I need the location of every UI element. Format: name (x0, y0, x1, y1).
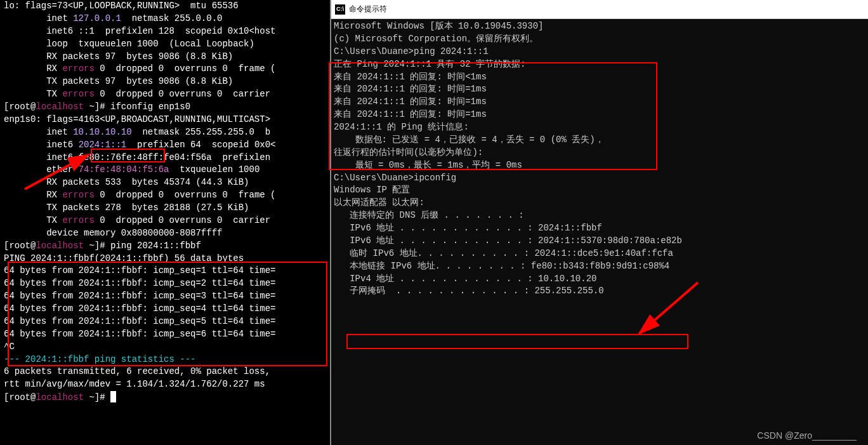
watermark: CSDN @Zero_________ (757, 430, 857, 442)
window-titlebar[interactable]: C:\ 命令提示符 (331, 0, 868, 19)
terminal-line: TX errors 0 dropped 0 overruns 0 carrier (4, 88, 330, 101)
terminal-line: 本地链接 IPv6 地址. . . . . . . . : fe80::b343… (334, 260, 865, 273)
terminal-line: IPv4 地址 . . . . . . . . . . . . : 10.10.… (334, 273, 865, 286)
terminal-line: RX packets 97 bytes 9086 (8.8 KiB) (4, 51, 330, 63)
terminal-line: 连接特定的 DNS 后缀 . . . . . . . : (334, 209, 865, 222)
terminal-line: enp1s0: flags=4163<UP,BROADCAST,RUNNING,… (4, 114, 330, 126)
terminal-line: 临时 IPv6 地址. . . . . . . . . . : 2024:1::… (334, 248, 865, 260)
terminal-line: inet6 fe80::76fe:48ff:fe04:f56a prefixle… (4, 152, 330, 164)
terminal-line: 64 bytes from 2024:1::fbbf: icmp_seq=4 t… (4, 303, 330, 315)
terminal-line: --- 2024:1::fbbf ping statistics --- (4, 354, 330, 366)
terminal-line: 数据包: 已发送 = 4，已接收 = 4，丢失 = 0 (0% 丢失)， (334, 134, 865, 147)
terminal-line: [root@localhost ~]# (4, 391, 330, 404)
terminal-line: loop txqueuelen 1000 (Local Loopback) (4, 38, 330, 51)
terminal-line: TX packets 278 bytes 28188 (27.5 KiB) (4, 202, 330, 215)
terminal-line: 来自 2024:1::1 的回复: 时间<1ms (334, 71, 865, 84)
terminal-line: 6 packets transmitted, 6 received, 0% pa… (4, 366, 330, 378)
terminal-line: IPv6 地址 . . . . . . . . . . . . : 2024:1… (334, 235, 865, 248)
terminal-line: Microsoft Windows [版本 10.0.19045.3930] (334, 20, 865, 33)
terminal-line: inet 10.10.10.10 netmask 255.255.255.0 b (4, 126, 330, 139)
terminal-line: (c) Microsoft Corporation。保留所有权利。 (334, 33, 865, 46)
terminal-line: 64 bytes from 2024:1::fbbf: icmp_seq=6 t… (4, 328, 330, 341)
terminal-line: TX packets 97 bytes 9086 (8.8 KiB) (4, 76, 330, 88)
terminal-line: 64 bytes from 2024:1::fbbf: icmp_seq=1 t… (4, 265, 330, 277)
terminal-line: Windows IP 配置 (334, 184, 865, 197)
terminal-line: C:\Users\Duane>ping 2024:1::1 (334, 46, 865, 58)
terminal-line: IPv6 地址 . . . . . . . . . . . . : 2024:1… (334, 222, 865, 235)
terminal-line: 子网掩码 . . . . . . . . . . . . : 255.255.2… (334, 285, 865, 298)
terminal-line: TX errors 0 dropped 0 overruns 0 carrier (4, 215, 330, 227)
terminal-line: 正在 Ping 2024:1::1 具有 32 字节的数据: (334, 58, 865, 71)
terminal-line: device memory 0x80800000-8087ffff (4, 227, 330, 240)
terminal-line: ether 74:fe:48:04:f5:6a txqueuelen 1000 (4, 164, 330, 176)
terminal-line: PING 2024:1::fbbf(2024:1::fbbf) 56 data … (4, 253, 330, 265)
terminal-line: 最短 = 0ms，最长 = 1ms，平均 = 0ms (334, 159, 865, 172)
terminal-line: [root@localhost ~]# ping 2024:1::fbbf (4, 240, 330, 253)
terminal-line: ^C (4, 341, 330, 354)
terminal-line: inet6 2024:1::1 prefixlen 64 scopeid 0x0… (4, 139, 330, 152)
terminal-line: inet 127.0.0.1 netmask 255.0.0.0 (4, 13, 330, 25)
terminal-line: 以太网适配器 以太网: (334, 197, 865, 209)
terminal-line: 来自 2024:1::1 的回复: 时间=1ms (334, 83, 865, 96)
terminal-line: inet6 ::1 prefixlen 128 scopeid 0x10<hos… (4, 25, 330, 38)
terminal-line: 64 bytes from 2024:1::fbbf: icmp_seq=3 t… (4, 290, 330, 303)
linux-terminal[interactable]: lo: flags=73<UP,LOOPBACK,RUNNING> mtu 65… (0, 0, 330, 445)
terminal-line: 来自 2024:1::1 的回复: 时间=1ms (334, 109, 865, 121)
terminal-line: rtt min/avg/max/mdev = 1.104/1.324/1.762… (4, 378, 330, 391)
terminal-line: C:\Users\Duane>ipconfig (334, 172, 865, 185)
windows-cmd-window: C:\ 命令提示符 Microsoft Windows [版本 10.0.190… (330, 0, 868, 445)
cursor (110, 391, 116, 402)
terminal-line: 64 bytes from 2024:1::fbbf: icmp_seq=2 t… (4, 277, 330, 290)
terminal-line: 64 bytes from 2024:1::fbbf: icmp_seq=5 t… (4, 315, 330, 328)
terminal-line: 2024:1::1 的 Ping 统计信息: (334, 121, 865, 134)
terminal-line: lo: flags=73<UP,LOOPBACK,RUNNING> mtu 65… (4, 0, 330, 13)
terminal-line: [root@localhost ~]# ifconfig enp1s0 (4, 101, 330, 114)
terminal-line: RX packets 533 bytes 45374 (44.3 KiB) (4, 176, 330, 189)
window-title: 命令提示符 (349, 4, 387, 15)
terminal-line: 来自 2024:1::1 的回复: 时间=1ms (334, 96, 865, 109)
cmd-icon: C:\ (335, 4, 345, 15)
terminal-line: RX errors 0 dropped 0 overruns 0 frame ( (4, 189, 330, 202)
cmd-output[interactable]: Microsoft Windows [版本 10.0.19045.3930](c… (331, 19, 868, 299)
terminal-line: RX errors 0 dropped 0 overruns 0 frame ( (4, 63, 330, 76)
terminal-line: 往返行程的估计时间(以毫秒为单位): (334, 147, 865, 159)
